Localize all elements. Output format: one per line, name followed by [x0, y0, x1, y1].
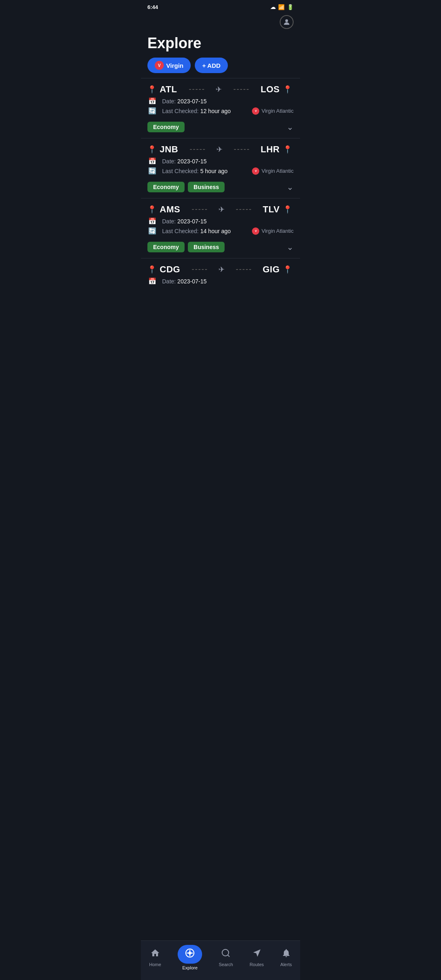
dest-location-icon-1: 📍 — [283, 85, 294, 94]
route-dots-left-3 — [183, 209, 215, 210]
airline-name-2: Virgin Atlantic — [261, 168, 294, 174]
origin-code-4: CDG — [160, 264, 180, 275]
airline-info-1: V Virgin Atlantic — [252, 107, 294, 115]
virgin-filter-pill[interactable]: V Virgin — [147, 58, 191, 73]
route-row-4: 📍 CDG ✈ GIG 📍 — [147, 264, 294, 275]
dest-code-3: TLV — [263, 204, 280, 215]
airline-name-3: Virgin Atlantic — [261, 228, 294, 234]
status-time: 6:44 — [147, 4, 158, 10]
route-dots-left-4 — [183, 269, 215, 270]
plane-icon-2: ✈ — [216, 145, 223, 154]
route-row-1: 📍 ATL ✈ LOS 📍 — [147, 84, 294, 95]
cloud-icon: ☁ — [270, 4, 276, 10]
checked-row-1: 🔄 Last Checked: 12 hour ago V Virgin Atl… — [147, 107, 294, 115]
economy-pill-3[interactable]: Economy — [147, 242, 185, 252]
calendar-icon-1: 📅 — [148, 97, 159, 105]
status-icons: ☁ 📶 🔋 — [270, 4, 294, 10]
refresh-icon-1: 🔄 — [148, 107, 159, 115]
airline-name-1: Virgin Atlantic — [261, 108, 294, 114]
airline-logo-2: V — [252, 167, 259, 175]
route-dots-right-3 — [228, 209, 260, 210]
airline-logo-3: V — [252, 227, 259, 235]
refresh-icon-3: 🔄 — [148, 227, 159, 235]
dest-code-2: LHR — [261, 144, 280, 155]
checked-text-2: Last Checked: 5 hour ago — [162, 168, 227, 174]
date-row-1: 📅 Date: 2023-07-15 — [147, 97, 294, 105]
refresh-icon-2: 🔄 — [148, 167, 159, 175]
route-row-2: 📍 JNB ✈ LHR 📍 — [147, 144, 294, 155]
virgin-filter-label: Virgin — [166, 62, 183, 69]
checked-text-3: Last Checked: 14 hour ago — [162, 228, 231, 234]
date-text-3: Date: 2023-07-15 — [162, 218, 207, 225]
flight-card-3: 📍 AMS ✈ TLV 📍 📅 Date: 2023-07-15 🔄 — [141, 198, 300, 235]
dest-location-icon-2: 📍 — [283, 145, 294, 154]
dest-code-4: GIG — [263, 264, 280, 275]
expand-icon-1[interactable]: ⌄ — [287, 122, 294, 132]
airline-info-2: V Virgin Atlantic — [252, 167, 294, 175]
route-dots-right-2 — [226, 149, 257, 150]
plane-icon-1: ✈ — [216, 85, 222, 94]
expand-icon-3[interactable]: ⌄ — [287, 242, 294, 252]
page-title-section: Explore — [141, 31, 300, 56]
calendar-icon-2: 📅 — [148, 157, 159, 165]
origin-location-icon-1: 📍 — [147, 85, 158, 94]
dest-code-1: LOS — [261, 84, 280, 95]
airline-info-3: V Virgin Atlantic — [252, 227, 294, 235]
class-pills-3: Economy Business — [147, 242, 225, 252]
route-dots-right-1 — [225, 89, 257, 90]
add-filter-label: + ADD — [202, 62, 220, 69]
calendar-icon-3: 📅 — [148, 217, 159, 225]
classes-row-3: Economy Business ⌄ — [141, 237, 300, 258]
add-filter-pill[interactable]: + ADD — [195, 58, 228, 73]
profile-button[interactable] — [280, 15, 294, 29]
class-pills-2: Economy Business — [147, 182, 225, 192]
checked-row-3: 🔄 Last Checked: 14 hour ago V Virgin Atl… — [147, 227, 294, 235]
date-text-2: Date: 2023-07-15 — [162, 158, 207, 165]
date-row-2: 📅 Date: 2023-07-15 — [147, 157, 294, 165]
header — [141, 12, 300, 31]
business-pill-2[interactable]: Business — [188, 182, 225, 192]
checked-text-1: Last Checked: 12 hour ago — [162, 108, 231, 114]
origin-code-1: ATL — [160, 84, 177, 95]
flight-card-2: 📍 JNB ✈ LHR 📍 📅 Date: 2023-07-15 🔄 — [141, 138, 300, 175]
origin-code-3: AMS — [160, 204, 180, 215]
airline-logo-1: V — [252, 107, 259, 115]
page-title: Explore — [147, 35, 294, 52]
business-pill-3[interactable]: Business — [188, 242, 225, 252]
route-dots-right-4 — [228, 269, 259, 270]
route-row-3: 📍 AMS ✈ TLV 📍 — [147, 204, 294, 215]
classes-row-1: Economy ⌄ — [141, 117, 300, 138]
battery-icon: 🔋 — [287, 4, 294, 10]
origin-code-2: JNB — [160, 144, 178, 155]
svg-point-0 — [285, 19, 288, 22]
date-text-4: Date: 2023-07-15 — [162, 278, 207, 285]
classes-row-2: Economy Business ⌄ — [141, 177, 300, 198]
dest-location-icon-4: 📍 — [283, 265, 294, 274]
origin-location-icon-3: 📍 — [147, 205, 158, 214]
origin-location-icon-4: 📍 — [147, 265, 158, 274]
status-bar: 6:44 ☁ 📶 🔋 — [141, 0, 300, 12]
flight-card-1: 📍 ATL ✈ LOS 📍 📅 Date: 2023-07-15 🔄 — [141, 78, 300, 115]
calendar-icon-4: 📅 — [148, 277, 159, 285]
virgin-logo-icon: V — [155, 61, 164, 70]
wifi-icon: 📶 — [278, 4, 285, 10]
economy-pill-1[interactable]: Economy — [147, 122, 185, 132]
route-dots-left-2 — [182, 149, 213, 150]
economy-pill-2[interactable]: Economy — [147, 182, 185, 192]
date-row-4: 📅 Date: 2023-07-15 — [147, 277, 294, 285]
date-text-1: Date: 2023-07-15 — [162, 98, 207, 105]
plane-icon-4: ✈ — [218, 265, 225, 274]
filter-pills: V Virgin + ADD — [141, 56, 300, 78]
route-dots-left-1 — [180, 89, 213, 90]
dest-location-icon-3: 📍 — [283, 205, 294, 214]
flight-card-4: 📍 CDG ✈ GIG 📍 📅 Date: 2023-07-15 — [141, 258, 300, 285]
date-row-3: 📅 Date: 2023-07-15 — [147, 217, 294, 225]
origin-location-icon-2: 📍 — [147, 145, 158, 154]
class-pills-1: Economy — [147, 122, 185, 132]
plane-icon-3: ✈ — [218, 205, 225, 214]
checked-row-2: 🔄 Last Checked: 5 hour ago V Virgin Atla… — [147, 167, 294, 175]
expand-icon-2[interactable]: ⌄ — [287, 182, 294, 192]
